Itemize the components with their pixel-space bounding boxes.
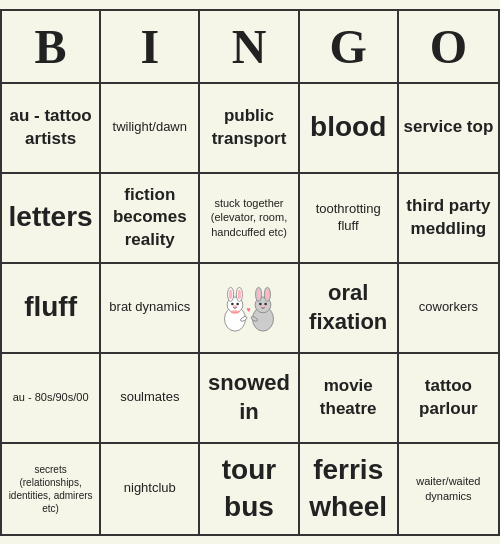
cell-text-19: tattoo parlour [403,375,494,419]
svg-point-18 [264,303,267,306]
cell-4[interactable]: service top [399,84,498,174]
cell-text-23: ferris wheel [304,452,393,525]
svg-point-16 [266,290,270,300]
cell-text-1: twilight/dawn [113,119,187,136]
cell-8[interactable]: toothrotting fluff [300,174,399,264]
cell-0[interactable]: au - tattoo artists [2,84,101,174]
cell-10[interactable]: fluff [2,264,101,354]
cell-text-8: toothrotting fluff [304,201,393,235]
cell-12-image[interactable]: ♥ [200,264,299,354]
svg-point-9 [231,310,240,314]
cell-1[interactable]: twilight/dawn [101,84,200,174]
cell-text-4: service top [404,116,494,138]
svg-point-17 [259,303,262,306]
cell-text-2: public transport [204,105,293,149]
letter-i: I [101,11,200,82]
cell-text-21: nightclub [124,480,176,497]
cell-22[interactable]: tour bus [200,444,299,534]
cell-5[interactable]: letters [2,174,101,264]
cell-6[interactable]: fiction becomes reality [101,174,200,264]
bunny-image: ♥ [214,275,284,340]
cell-18[interactable]: movie theatre [300,354,399,444]
cell-text-24: waiter/waited dynamics [403,474,494,503]
cell-20[interactable]: secrets (relationships, identities, admi… [2,444,101,534]
cell-text-11: brat dynamics [109,299,190,316]
svg-point-15 [257,290,261,300]
cell-3[interactable]: blood [300,84,399,174]
cell-7[interactable]: stuck together (elevator, room, handcuff… [200,174,299,264]
letter-o: O [399,11,498,82]
cell-11[interactable]: brat dynamics [101,264,200,354]
cell-23[interactable]: ferris wheel [300,444,399,534]
cell-text-14: coworkers [419,299,478,316]
cell-15[interactable]: au - 80s/90s/00 [2,354,101,444]
svg-point-4 [229,290,233,300]
bingo-grid: au - tattoo artists twilight/dawn public… [2,84,498,534]
cell-13[interactable]: oral fixation [300,264,399,354]
cell-text-3: blood [310,109,386,145]
cell-24[interactable]: waiter/waited dynamics [399,444,498,534]
letter-g: G [300,11,399,82]
letter-n: N [200,11,299,82]
cell-17[interactable]: snowed in [200,354,299,444]
cell-19[interactable]: tattoo parlour [399,354,498,444]
svg-point-7 [236,303,239,306]
cell-9[interactable]: third party meddling [399,174,498,264]
cell-text-13: oral fixation [304,279,393,336]
bingo-card: B I N G O au - tattoo artists twilight/d… [0,9,500,536]
cell-text-16: soulmates [120,389,179,406]
svg-point-5 [238,290,242,300]
cell-text-18: movie theatre [304,375,393,419]
cell-text-15: au - 80s/90s/00 [13,390,89,404]
cell-text-17: snowed in [204,369,293,426]
cell-text-5: letters [9,199,93,235]
cell-16[interactable]: soulmates [101,354,200,444]
cell-text-10: fluff [24,289,77,325]
cell-text-0: au - tattoo artists [6,105,95,149]
bingo-header: B I N G O [2,11,498,84]
cell-text-7: stuck together (elevator, room, handcuff… [204,196,293,239]
letter-b: B [2,11,101,82]
svg-text:♥: ♥ [246,306,250,313]
cell-text-9: third party meddling [403,195,494,239]
cell-text-22: tour bus [204,452,293,525]
cell-21[interactable]: nightclub [101,444,200,534]
svg-point-6 [231,303,234,306]
cell-14[interactable]: coworkers [399,264,498,354]
cell-2[interactable]: public transport [200,84,299,174]
cell-text-6: fiction becomes reality [105,184,194,250]
cell-text-20: secrets (relationships, identities, admi… [6,463,95,515]
